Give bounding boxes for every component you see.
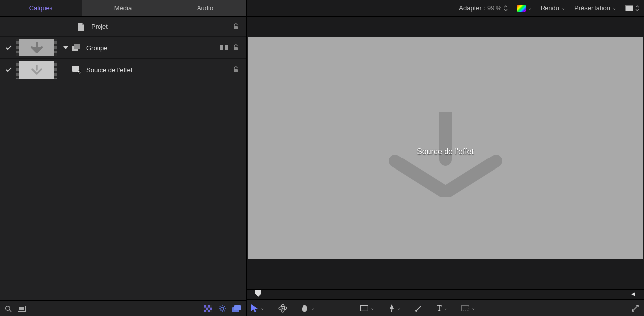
chevron-down-icon: ⌄	[561, 5, 565, 11]
mask-tool[interactable]: ⌄	[461, 305, 475, 311]
group-label: Groupe	[86, 44, 107, 52]
source-thumbnail	[16, 61, 57, 79]
svg-rect-21	[234, 305, 241, 310]
svg-rect-15	[206, 307, 208, 310]
svg-rect-8	[234, 69, 238, 72]
right-panel: Adapter : 99 % ⌄ Rendu ⌄ Présentation ⌄	[247, 0, 644, 316]
chevron-down-icon: ⌄	[260, 305, 264, 311]
fit-control[interactable]: Adapter : 99 %	[459, 4, 507, 12]
brush-icon	[415, 304, 423, 312]
mini-timeline[interactable]	[247, 289, 644, 299]
pointer-icon	[251, 304, 258, 312]
hand-icon	[301, 304, 309, 312]
svg-rect-0	[234, 26, 238, 29]
layer-row-project[interactable]: Projet	[0, 17, 246, 37]
canvas-topbar: Adapter : 99 % ⌄ Rendu ⌄ Présentation ⌄	[247, 0, 644, 17]
svg-point-19	[221, 307, 224, 310]
project-label: Projet	[91, 23, 108, 30]
svg-rect-14	[208, 305, 210, 308]
shape-tool[interactable]: ⌄	[360, 305, 374, 311]
svg-rect-17	[204, 310, 206, 312]
visibility-checkbox[interactable]	[4, 66, 14, 73]
presentation-menu[interactable]: Présentation ⌄	[574, 4, 616, 12]
out-marker-icon[interactable]	[630, 291, 635, 298]
svg-rect-5	[234, 47, 238, 50]
svg-rect-2	[74, 44, 80, 49]
chevron-down-icon: ⌄	[612, 5, 616, 11]
layout-icon	[625, 5, 633, 11]
brush-tool[interactable]	[415, 304, 423, 312]
tab-audio[interactable]: Audio	[164, 0, 246, 16]
alpha-icon[interactable]	[204, 305, 212, 312]
render-label: Rendu	[541, 4, 559, 12]
chevron-down-icon: ⌄	[311, 305, 315, 311]
text-icon: T	[437, 304, 442, 313]
svg-rect-28	[461, 305, 469, 311]
rainbow-icon	[517, 5, 526, 12]
svg-rect-16	[210, 307, 212, 310]
lock-icon[interactable]	[232, 23, 239, 30]
layers-list: Projet	[0, 17, 246, 300]
playhead-icon[interactable]	[255, 290, 261, 298]
text-tool[interactable]: T ⌄	[437, 304, 447, 313]
fit-value: 99 %	[487, 4, 502, 12]
color-channels-menu[interactable]: ⌄	[517, 5, 532, 12]
chevron-down-icon: ⌄	[444, 305, 447, 311]
svg-point-25	[282, 307, 283, 309]
project-icon	[77, 23, 86, 31]
svg-rect-13	[204, 305, 206, 308]
3d-transform-tool[interactable]	[278, 304, 287, 313]
svg-rect-26	[361, 305, 368, 311]
select-tool[interactable]: ⌄	[251, 304, 264, 312]
disclosure-triangle[interactable]	[63, 45, 69, 50]
visibility-checkbox[interactable]	[4, 44, 14, 51]
stepper-icon	[504, 5, 508, 11]
lock-icon[interactable]	[232, 44, 239, 51]
stepper-icon	[635, 5, 639, 11]
svg-rect-3	[220, 45, 223, 50]
group-icon	[72, 44, 81, 51]
svg-rect-4	[225, 45, 228, 50]
stack-icon[interactable]	[232, 305, 241, 312]
rectangle-icon	[360, 305, 368, 311]
pen-icon	[388, 304, 395, 312]
pan-tool[interactable]: ⌄	[301, 304, 315, 312]
svg-point-27	[415, 310, 417, 312]
render-menu[interactable]: Rendu ⌄	[541, 4, 565, 12]
frame-icon[interactable]	[18, 306, 26, 312]
orbit-icon	[278, 304, 287, 313]
layer-row-group[interactable]: Groupe	[0, 37, 246, 59]
presentation-label: Présentation	[574, 4, 610, 12]
svg-rect-18	[208, 310, 210, 312]
fit-label: Adapter :	[459, 4, 485, 12]
canvas[interactable]: Source de l'effet	[248, 37, 643, 259]
search-icon[interactable]	[5, 305, 12, 312]
gear-icon[interactable]	[218, 305, 226, 313]
svg-rect-11	[19, 307, 24, 310]
pen-tool[interactable]: ⌄	[388, 304, 401, 312]
layout-menu[interactable]	[625, 5, 639, 11]
tab-media[interactable]: Média	[82, 0, 164, 16]
canvas-toolbar: ⌄ ⌄ ⌄ ⌄ T ⌄	[247, 299, 644, 316]
effect-source-icon	[72, 66, 81, 74]
chevron-down-icon: ⌄	[471, 305, 475, 311]
chevron-down-icon: ⌄	[397, 305, 401, 311]
svg-point-9	[6, 306, 10, 310]
layers-panel: Calques Média Audio Projet	[0, 0, 247, 316]
group-thumbnail	[16, 39, 57, 56]
expand-icon[interactable]	[631, 304, 639, 312]
source-label: Source de l'effet	[86, 66, 132, 74]
chevron-down-icon: ⌄	[370, 305, 374, 311]
mask-icon	[461, 305, 469, 311]
pass-through-icon[interactable]	[220, 44, 228, 51]
lock-icon[interactable]	[232, 66, 239, 73]
layer-row-source[interactable]: Source de l'effet	[0, 59, 246, 81]
canvas-area: Source de l'effet	[247, 17, 644, 289]
canvas-placeholder-text: Source de l'effet	[417, 147, 474, 156]
svg-rect-22	[626, 5, 633, 11]
layers-footer	[0, 300, 246, 316]
panel-tabs: Calques Média Audio	[0, 0, 246, 17]
chevron-down-icon: ⌄	[528, 5, 532, 11]
tab-layers[interactable]: Calques	[0, 0, 82, 16]
